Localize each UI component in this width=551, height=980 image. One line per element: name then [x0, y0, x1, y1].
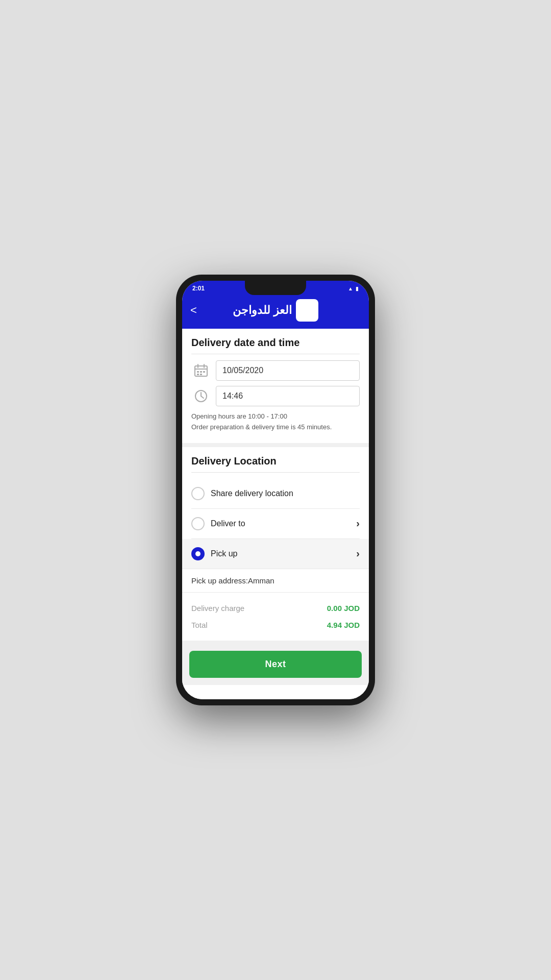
- bottom-spacer: [182, 641, 369, 651]
- calendar-icon: [191, 361, 211, 380]
- time-input[interactable]: [216, 386, 360, 406]
- app-header: < العز للدواجن 🐓: [182, 294, 369, 329]
- pickup-option[interactable]: Pick up ›: [182, 539, 369, 569]
- date-row: [191, 360, 360, 381]
- deliver-to-option[interactable]: Deliver to ›: [191, 509, 360, 539]
- total-row: Total 4.94 JOD: [191, 617, 360, 633]
- share-radio[interactable]: [191, 487, 205, 500]
- delivery-charge-row: Delivery charge 0.00 JOD: [191, 600, 360, 617]
- delivery-section-title: Delivery date and time: [191, 337, 360, 349]
- pickup-chevron: ›: [356, 548, 360, 559]
- pickup-label: Pick up: [211, 549, 237, 558]
- date-input[interactable]: [216, 360, 360, 381]
- deliver-to-radio[interactable]: [191, 517, 205, 530]
- radio-inner-dot: [195, 551, 201, 556]
- deliver-to-label: Deliver to: [211, 519, 245, 528]
- next-button-container: Next: [182, 651, 369, 685]
- battery-icon: [356, 285, 359, 292]
- svg-line-13: [201, 396, 204, 398]
- time-row: [191, 386, 360, 406]
- total-value: 4.94 JOD: [327, 621, 360, 629]
- pickup-address: Pick up address:Amman: [182, 569, 369, 593]
- wifi-icon: [348, 285, 353, 292]
- logo-text: العز للدواجن: [233, 304, 292, 317]
- main-content: Delivery date and time: [182, 329, 369, 699]
- section-divider: [182, 443, 369, 447]
- location-section-title: Delivery Location: [191, 455, 360, 467]
- divider-1: [191, 354, 360, 354]
- deliver-to-chevron: ›: [356, 518, 360, 529]
- svg-rect-9: [197, 374, 199, 375]
- svg-rect-7: [200, 371, 202, 373]
- logo-icon: 🐓: [296, 299, 318, 322]
- pickup-radio[interactable]: [191, 547, 205, 560]
- delivery-datetime-section: Delivery date and time: [182, 329, 369, 443]
- logo: العز للدواجن 🐓: [233, 299, 318, 322]
- delivery-charge-value: 0.00 JOD: [327, 604, 360, 612]
- charges-section: Delivery charge 0.00 JOD Total 4.94 JOD: [182, 593, 369, 641]
- svg-rect-0: [299, 302, 315, 318]
- svg-rect-8: [203, 371, 205, 373]
- svg-rect-10: [200, 374, 202, 375]
- opening-hours-info: Opening hours are 10:00 - 17:00 Order pr…: [191, 411, 360, 435]
- next-button[interactable]: Next: [189, 651, 362, 678]
- svg-rect-6: [197, 371, 199, 373]
- delivery-charge-label: Delivery charge: [191, 604, 244, 612]
- share-location-option[interactable]: Share delivery location: [191, 479, 360, 509]
- back-button[interactable]: <: [190, 304, 197, 317]
- share-location-label: Share delivery location: [211, 489, 293, 498]
- clock-icon: [191, 386, 211, 406]
- total-label: Total: [191, 621, 208, 629]
- status-time: 2:01: [192, 285, 205, 292]
- delivery-location-section: Delivery Location Share delivery locatio…: [182, 447, 369, 569]
- divider-2: [191, 472, 360, 473]
